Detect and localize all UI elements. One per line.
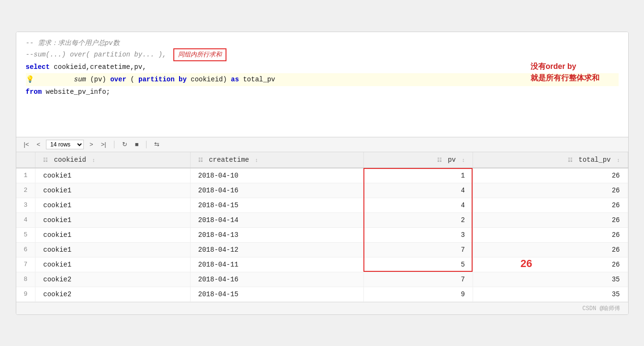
cell-total-pv: 26	[473, 183, 628, 198]
table-row: 7cookie12018-04-11526	[16, 257, 628, 272]
comment-line-2: --sum(...) over( partition by... ), 同组内所…	[26, 48, 619, 61]
cell-total-pv: 26	[473, 242, 628, 257]
cell-cookieid: cookie1	[35, 168, 190, 183]
cell-total-pv: 26	[473, 212, 628, 227]
toolbar: |< < 14 rows 50 rows 100 rows > >| ↻ ■ ⇆	[16, 137, 628, 152]
code-area: -- 需求：求出每个用户总pv数 --sum(...) over( partit…	[16, 32, 628, 137]
col-header-cookieid[interactable]: ☷ cookieid ↕	[35, 152, 190, 168]
cell-total-pv: 26	[473, 257, 628, 272]
col-icon-cookieid: ☷	[43, 157, 48, 163]
next-page-button[interactable]: >	[88, 140, 95, 149]
cell-createtime: 2018-04-11	[190, 257, 363, 272]
cell-createtime: 2018-04-15	[190, 287, 363, 301]
cell-cookieid: cookie1	[35, 242, 190, 257]
cell-createtime: 2018-04-14	[190, 212, 363, 227]
col-header-total-pv[interactable]: ☷ total_pv ↕	[473, 152, 628, 168]
cell-total-pv: 26	[473, 227, 628, 242]
cell-total-pv: 26	[473, 198, 628, 212]
cell-rownum: 4	[16, 212, 35, 227]
table-row: 5cookie12018-04-13326	[16, 227, 628, 242]
col-icon-pv: ☷	[437, 157, 442, 163]
data-table: ☷ cookieid ↕ ☷ createtime ↕ ☷ pv ↕	[16, 152, 628, 302]
code-line-3: from website_pv_info;	[26, 86, 619, 98]
sort-icon-cookieid: ↕	[92, 157, 95, 163]
cell-pv: 3	[363, 227, 473, 242]
annotation-box: 没有order by 就是所有行整体求和	[531, 61, 599, 84]
stop-button[interactable]: ■	[133, 140, 141, 149]
cell-rownum: 6	[16, 242, 35, 257]
sort-icon-createtime: ↕	[255, 157, 259, 163]
fn-sum: sum	[74, 76, 86, 83]
cell-pv: 2	[363, 212, 473, 227]
table-row: 2cookie12018-04-16426	[16, 183, 628, 198]
cell-cookieid: cookie1	[35, 227, 190, 242]
cell-rownum: 7	[16, 257, 35, 272]
cell-createtime: 2018-04-16	[190, 183, 363, 198]
col-header-createtime[interactable]: ☷ createtime ↕	[190, 152, 363, 168]
cell-pv: 7	[363, 242, 473, 257]
table-row: 1cookie12018-04-10126	[16, 168, 628, 183]
cell-createtime: 2018-04-15	[190, 198, 363, 212]
cell-rownum: 9	[16, 287, 35, 301]
cell-cookieid: cookie1	[35, 257, 190, 272]
cell-rownum: 8	[16, 272, 35, 287]
cell-rownum: 5	[16, 227, 35, 242]
cell-total-pv: 26	[473, 168, 628, 183]
cell-cookieid: cookie1	[35, 183, 190, 198]
keyword-from: from	[26, 88, 42, 96]
comment-line-1: -- 需求：求出每个用户总pv数	[26, 38, 619, 48]
code-line-2: 💡 sum (pv) over ( partition by cookieid)…	[26, 73, 619, 86]
table-header-row: ☷ cookieid ↕ ☷ createtime ↕ ☷ pv ↕	[16, 152, 628, 168]
cell-createtime: 2018-04-13	[190, 227, 363, 242]
rows-per-page-select[interactable]: 14 rows 50 rows 100 rows	[46, 140, 84, 149]
first-page-button[interactable]: |<	[22, 140, 31, 149]
col-header-pv[interactable]: ☷ pv ↕	[363, 152, 473, 168]
bulb-icon: 💡	[26, 74, 34, 86]
cell-pv: 4	[363, 198, 473, 212]
cell-pv: 4	[363, 183, 473, 198]
table-wrapper: 26 ☷ cookieid ↕ ☷ createtime ↕	[16, 152, 628, 302]
col-header-rownum	[16, 152, 35, 168]
cell-total-pv: 35	[473, 272, 628, 287]
keyword-over: over	[110, 76, 126, 83]
annotation-26: 26	[520, 257, 532, 270]
keyword-select: select	[26, 63, 50, 71]
cell-cookieid: cookie2	[35, 272, 190, 287]
filter-button[interactable]: ⇆	[152, 140, 161, 149]
cell-createtime: 2018-04-10	[190, 168, 363, 183]
cell-rownum: 2	[16, 183, 35, 198]
table-row: 3cookie12018-04-15426	[16, 198, 628, 212]
cell-total-pv: 35	[473, 287, 628, 301]
cell-pv: 5	[363, 257, 473, 272]
cell-createtime: 2018-04-12	[190, 242, 363, 257]
sort-icon-pv: ↕	[462, 157, 465, 163]
keyword-partition: partition by	[138, 76, 187, 83]
cell-cookieid: cookie1	[35, 212, 190, 227]
prev-page-button[interactable]: <	[34, 140, 42, 149]
table-row: 4cookie12018-04-14226	[16, 212, 628, 227]
col-icon-total-pv: ☷	[568, 157, 573, 163]
last-page-button[interactable]: >|	[99, 140, 108, 149]
keyword-as: as	[231, 76, 239, 83]
cell-pv: 7	[363, 272, 473, 287]
cell-cookieid: cookie1	[35, 198, 190, 212]
cell-rownum: 3	[16, 198, 35, 212]
main-container: -- 需求：求出每个用户总pv数 --sum(...) over( partit…	[16, 32, 629, 315]
cell-pv: 9	[363, 287, 473, 301]
cell-rownum: 1	[16, 168, 35, 183]
cell-pv: 1	[363, 168, 473, 183]
cell-cookieid: cookie2	[35, 287, 190, 301]
footer: CSDN @喻师傅	[16, 302, 628, 314]
cell-createtime: 2018-04-16	[190, 272, 363, 287]
col-icon-createtime: ☷	[198, 157, 203, 163]
sort-icon-total-pv: ↕	[617, 157, 620, 163]
separator-2	[146, 141, 147, 148]
code-line-1: select cookieid,createtime,pv,	[26, 61, 619, 73]
table-row: 9cookie22018-04-15935	[16, 287, 628, 301]
table-row: 6cookie12018-04-12726	[16, 242, 628, 257]
refresh-button[interactable]: ↻	[120, 140, 129, 149]
separator-1	[114, 141, 114, 148]
highlight-box: 同组内所行求和	[173, 48, 226, 61]
table-row: 8cookie22018-04-16735	[16, 272, 628, 287]
